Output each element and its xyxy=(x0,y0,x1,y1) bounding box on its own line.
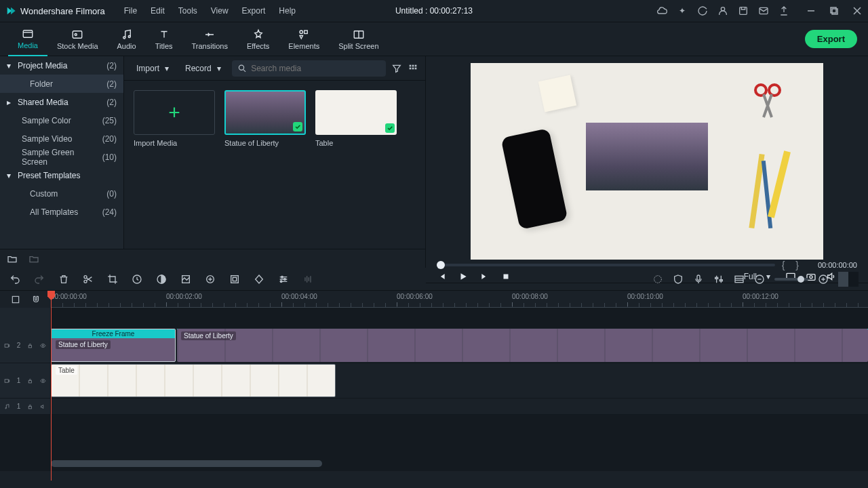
mail-icon[interactable] xyxy=(758,5,769,16)
zoom-slider[interactable] xyxy=(774,278,808,281)
auto-reframe-icon[interactable] xyxy=(229,274,240,285)
tab-audio[interactable]: Audio xyxy=(108,22,146,56)
horizontal-scrollbar[interactable] xyxy=(51,460,322,467)
menu-file[interactable]: File xyxy=(119,3,142,18)
sidebar-folder[interactable]: Folder (2) xyxy=(0,75,123,93)
tab-effects[interactable]: Effects xyxy=(237,22,279,56)
search-media[interactable] xyxy=(232,60,386,77)
maximize-icon[interactable] xyxy=(829,5,840,16)
in-out-brackets[interactable]: { } xyxy=(782,260,803,270)
lock-icon[interactable] xyxy=(27,403,33,410)
sidebar-sample-video[interactable]: Sample Video (20) xyxy=(0,129,123,148)
preview-phone xyxy=(500,128,568,230)
minimize-icon[interactable] xyxy=(806,5,816,16)
save-icon[interactable] xyxy=(738,5,749,16)
sidebar-sample-color[interactable]: Sample Color (25) xyxy=(0,111,123,129)
lock-icon[interactable] xyxy=(27,342,33,349)
zoom-thumb[interactable] xyxy=(797,276,804,283)
undo-icon[interactable] xyxy=(9,274,20,285)
render-icon[interactable] xyxy=(652,274,663,285)
sidebar-preset-templates[interactable]: ▾ Preset Templates xyxy=(0,166,123,184)
import-media-card[interactable]: + Import Media xyxy=(134,90,215,147)
playhead[interactable] xyxy=(51,291,52,481)
marker-icon[interactable] xyxy=(205,274,216,285)
keyframe-icon[interactable] xyxy=(254,274,264,285)
new-folder-icon[interactable] xyxy=(7,253,18,264)
next-frame-icon[interactable] xyxy=(480,272,490,281)
media-card-table[interactable]: Table xyxy=(315,90,397,147)
play-icon[interactable] xyxy=(458,272,468,281)
split-icon[interactable] xyxy=(83,274,94,285)
tab-media[interactable]: Media xyxy=(8,22,47,56)
main-tabs: Media Stock Media Audio Titles Transitio… xyxy=(0,22,868,56)
eye-icon[interactable] xyxy=(40,378,46,384)
refresh-icon[interactable] xyxy=(697,5,708,16)
tab-split-screen[interactable]: Split Screen xyxy=(329,22,388,56)
menu-edit[interactable]: Edit xyxy=(145,3,170,18)
color-icon[interactable] xyxy=(156,274,167,285)
preview-scrubber[interactable] xyxy=(437,264,775,266)
clip-table[interactable]: Table xyxy=(51,364,336,397)
time-ruler[interactable]: 00:00:00:00 00:00:02:00 00:00:04:00 00:0… xyxy=(51,291,868,308)
delete-icon[interactable] xyxy=(58,274,69,285)
crop-icon[interactable] xyxy=(107,274,118,285)
clip-freeze-frame[interactable]: Freeze Frame Statue of Liberty xyxy=(51,329,176,362)
close-icon[interactable] xyxy=(852,5,863,16)
export-button[interactable]: Export xyxy=(805,30,857,48)
sidebar-custom[interactable]: Custom (0) xyxy=(0,184,123,203)
zoom-in-icon[interactable] xyxy=(818,274,829,285)
clip-statue-of-liberty[interactable]: Statue of Liberty xyxy=(177,329,868,362)
menu-help[interactable]: Help xyxy=(273,3,301,18)
sparkle-icon[interactable]: ✦ xyxy=(677,5,688,16)
tab-stock-media[interactable]: Stock Media xyxy=(47,22,108,56)
green-screen-icon[interactable] xyxy=(180,274,191,285)
prev-frame-icon[interactable] xyxy=(437,272,446,281)
media-card-sol[interactable]: Statue of Liberty xyxy=(224,90,306,147)
speed-icon[interactable] xyxy=(132,274,142,285)
search-input[interactable] xyxy=(251,64,380,73)
timeline-settings-icon[interactable] xyxy=(11,295,20,304)
menu-export[interactable]: Export xyxy=(237,3,271,18)
svg-rect-1 xyxy=(740,7,747,15)
svg-rect-16 xyxy=(415,64,417,66)
stop-icon[interactable] xyxy=(502,272,510,281)
sidebar-sample-green[interactable]: Sample Green Screen (10) xyxy=(0,148,123,166)
svg-rect-36 xyxy=(233,277,236,281)
zoom-out-icon[interactable] xyxy=(754,274,765,285)
adjust-icon[interactable] xyxy=(278,274,289,285)
record-dropdown[interactable]: Record▾ xyxy=(180,61,226,76)
svg-point-0 xyxy=(721,7,724,11)
filter-icon[interactable] xyxy=(391,63,402,74)
account-icon[interactable] xyxy=(717,5,728,16)
lock-icon[interactable] xyxy=(27,378,33,384)
menu-view[interactable]: View xyxy=(205,3,234,18)
track-head-v1[interactable]: 1 xyxy=(0,363,51,398)
upload-icon[interactable] xyxy=(778,5,789,16)
voiceover-icon[interactable] xyxy=(693,274,704,285)
mixer-icon[interactable] xyxy=(713,274,724,285)
tab-elements[interactable]: Elements xyxy=(279,22,329,56)
track-head-a1[interactable]: 1 xyxy=(0,399,51,414)
tab-transitions[interactable]: Transitions xyxy=(182,22,237,56)
svg-rect-24 xyxy=(768,150,791,218)
track-manage-icon[interactable] xyxy=(734,274,745,285)
timeline-mode-toggle[interactable] xyxy=(838,272,859,287)
sidebar-project-media[interactable]: ▾ Project Media (2) xyxy=(0,56,123,75)
mute-icon[interactable] xyxy=(40,403,46,410)
search-icon xyxy=(237,63,247,74)
scrubber-thumb[interactable] xyxy=(437,261,445,269)
eye-icon[interactable] xyxy=(40,342,46,349)
tab-titles[interactable]: Titles xyxy=(146,22,182,56)
audio-sync-icon[interactable] xyxy=(302,274,313,285)
import-dropdown[interactable]: Import▾ xyxy=(131,61,174,76)
menu-tools[interactable]: Tools xyxy=(173,3,203,18)
shield-icon[interactable] xyxy=(673,274,684,285)
cloud-icon[interactable] xyxy=(656,5,667,16)
sidebar-shared-media[interactable]: ▸ Shared Media (2) xyxy=(0,93,123,111)
track-head-v2[interactable]: 2 xyxy=(0,328,51,363)
magnet-icon[interactable] xyxy=(31,295,41,304)
grid-view-icon[interactable] xyxy=(408,63,418,74)
sidebar-all-templates[interactable]: All Templates (24) xyxy=(0,203,123,221)
folder-icon[interactable] xyxy=(28,253,39,264)
redo-icon[interactable] xyxy=(34,274,45,285)
